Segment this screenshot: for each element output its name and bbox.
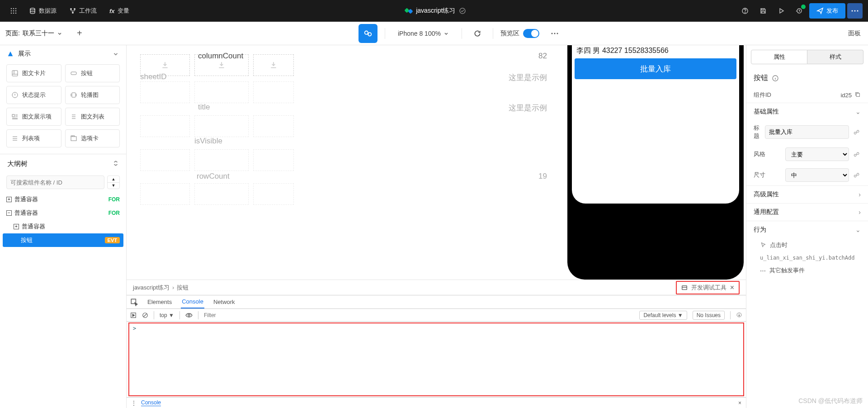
play-icon[interactable] <box>773 3 789 19</box>
close-icon[interactable]: × <box>730 284 734 292</box>
styles-tab[interactable]: 样式 <box>807 50 863 64</box>
drawer-close-icon[interactable]: × <box>738 400 741 406</box>
help-icon[interactable] <box>737 3 753 19</box>
drawer-console-tab[interactable]: Console <box>141 399 161 406</box>
event-handler[interactable]: u_lian_xi_san_shi_yi.batchAdd <box>746 252 868 264</box>
on-click-event[interactable]: 点击时 <box>746 238 868 252</box>
general-config-header[interactable]: 通用配置› <box>746 203 868 221</box>
eye-icon[interactable] <box>185 313 193 318</box>
refresh-button[interactable] <box>469 25 486 42</box>
drop-zone[interactable] <box>140 149 190 171</box>
devtools-tab-console[interactable]: Console <box>181 295 204 308</box>
history-icon[interactable] <box>791 3 807 19</box>
no-issues-chip[interactable]: No Issues <box>693 311 725 320</box>
workflow-menu[interactable]: 工作流 <box>64 4 102 18</box>
datasource-menu[interactable]: 数据源 <box>24 4 62 18</box>
id-value: id25 <box>840 92 852 99</box>
sort-icon[interactable] <box>113 160 119 168</box>
project-title-area[interactable]: javascript练习 <box>405 7 466 15</box>
canvas[interactable]: columnCount82 sheetID这里是示例 title这里是示例 is… <box>127 45 565 280</box>
drawer-handle-icon[interactable]: ⋮ <box>131 400 137 406</box>
collapse-minus-icon[interactable]: − <box>6 210 12 216</box>
devtools-tab-elements[interactable]: Elements <box>146 296 173 308</box>
run-icon[interactable] <box>130 312 137 318</box>
expand-plus-icon[interactable]: + <box>14 224 19 229</box>
drop-zone[interactable] <box>253 149 294 171</box>
component-button[interactable]: 按钮 <box>65 64 120 82</box>
title-input[interactable] <box>765 125 849 139</box>
add-page-button[interactable]: + <box>73 27 86 40</box>
outline-header[interactable]: 大纲树 <box>0 154 126 174</box>
outline-spinner[interactable]: ▲▼ <box>107 176 120 189</box>
drop-zone[interactable] <box>253 115 294 137</box>
top-right-group: 发布 <box>737 3 863 19</box>
drop-zone[interactable] <box>253 81 294 103</box>
gear-icon[interactable] <box>736 312 742 318</box>
bind-icon[interactable]: ☍ <box>852 129 861 136</box>
component-image-text-item[interactable]: 图文展示项 <box>6 108 61 126</box>
clear-icon[interactable] <box>142 312 148 318</box>
drop-zone[interactable] <box>253 54 294 76</box>
apps-grid-icon[interactable] <box>5 3 22 19</box>
component-list-item[interactable]: 列表项 <box>6 129 61 147</box>
context-selector[interactable]: top ▼ <box>160 312 174 318</box>
component-tabs[interactable]: 选项卡 <box>65 129 120 147</box>
basic-props-header[interactable]: 基础属性⌄ <box>746 103 868 120</box>
tree-node-container[interactable]: +普通容器FOR <box>3 193 123 206</box>
drop-zone[interactable] <box>140 115 190 137</box>
tree-node-button[interactable]: 按钮EVT <box>3 233 123 247</box>
behavior-header[interactable]: 行为⌄ <box>746 221 868 238</box>
drop-zone[interactable] <box>253 183 294 205</box>
bind-icon[interactable]: ☍ <box>852 172 861 179</box>
more-button[interactable] <box>847 3 863 19</box>
expand-plus-icon[interactable]: + <box>6 197 12 202</box>
preview-batch-button[interactable]: 批量入库 <box>575 58 736 79</box>
props-tab[interactable]: 属性 <box>751 50 807 64</box>
devtools-toggle[interactable]: 开发调试工具 × <box>676 281 740 294</box>
display-section-header[interactable]: 展示 <box>0 45 126 62</box>
crumb-project[interactable]: javascript练习 <box>133 284 170 292</box>
right-panel: 属性 样式 按钮 组件ID id25 基础属性⌄ 标题☍ 风格主要☍ 尺寸中☍ … <box>746 45 868 408</box>
drop-zone[interactable] <box>194 149 249 171</box>
crumb-node[interactable]: 按钮 <box>177 284 189 292</box>
device-selector[interactable]: iPhone 8 100% <box>392 27 454 40</box>
workflow-label: 工作流 <box>79 7 97 15</box>
preview-label: 预览区 <box>500 29 519 38</box>
advanced-props-header[interactable]: 高级属性› <box>746 185 868 203</box>
copy-icon[interactable] <box>854 91 861 99</box>
size-select[interactable]: 中 <box>785 168 849 182</box>
preview-switch[interactable] <box>523 29 539 38</box>
console-output[interactable]: > <box>128 323 744 396</box>
overflow-menu[interactable] <box>547 25 563 42</box>
publish-button[interactable]: 发布 <box>809 3 845 19</box>
component-image-text-card[interactable]: 图文卡片 <box>6 64 61 82</box>
devtools-tab-network[interactable]: Network <box>212 296 236 308</box>
drop-zone[interactable] <box>140 81 190 103</box>
component-carousel[interactable]: 轮播图 <box>65 86 120 104</box>
save-icon[interactable] <box>755 3 771 19</box>
panel-toggle[interactable]: 面板 <box>835 29 863 38</box>
chevron-right-icon: › <box>859 191 861 198</box>
miniprogram-mode-button[interactable] <box>359 24 377 43</box>
outline-search-input[interactable] <box>6 176 104 189</box>
svg-point-8 <box>15 13 17 14</box>
drop-zone[interactable] <box>194 81 249 103</box>
bind-icon[interactable]: ☍ <box>852 151 861 158</box>
info-icon[interactable] <box>772 75 779 82</box>
drop-zone[interactable] <box>140 183 190 205</box>
left-panel: 展示 图文卡片 按钮 状态提示 轮播图 图文展示项 图文列表 列表项 选项卡 大… <box>0 45 127 408</box>
component-image-text-list[interactable]: 图文列表 <box>65 108 120 126</box>
other-events[interactable]: ⋯其它触发事件 <box>746 264 868 277</box>
tree-node-container[interactable]: +普通容器 <box>3 220 123 233</box>
variables-menu[interactable]: fx变量 <box>104 4 135 18</box>
tree-node-container[interactable]: −普通容器FOR <box>3 206 123 220</box>
inspect-icon[interactable] <box>130 298 138 306</box>
console-filter-input[interactable] <box>204 311 634 320</box>
drop-zone[interactable] <box>194 183 249 205</box>
page-selector[interactable]: 页面: 联系三十一 <box>5 29 62 38</box>
component-status-tip[interactable]: 状态提示 <box>6 86 61 104</box>
drop-zone[interactable] <box>194 115 249 137</box>
svg-point-3 <box>11 10 12 12</box>
log-levels-selector[interactable]: Default levels ▼ <box>639 311 687 320</box>
style-select[interactable]: 主要 <box>785 147 849 161</box>
